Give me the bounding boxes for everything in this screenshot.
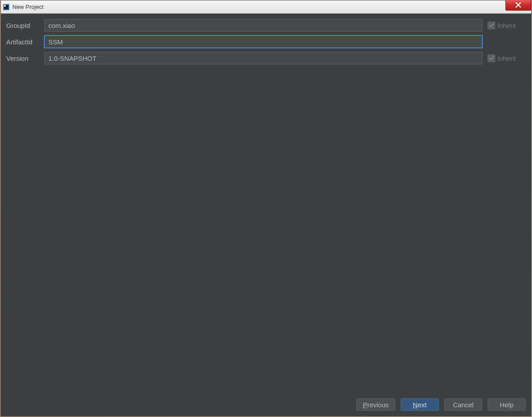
titlebar[interactable]: New Project	[1, 0, 531, 14]
version-input[interactable]	[44, 52, 482, 64]
artifact-id-label: ArtifactId	[6, 38, 41, 46]
app-icon	[3, 4, 10, 11]
button-bar: Previous Next Cancel Help	[6, 394, 526, 411]
group-id-inherit-group: Inherit	[488, 22, 526, 29]
check-icon	[489, 56, 494, 60]
artifact-id-row: ArtifactId	[6, 35, 526, 48]
group-id-inherit-checkbox[interactable]	[488, 22, 495, 29]
group-id-input[interactable]	[44, 19, 482, 31]
group-id-inherit-label: Inherit	[497, 22, 516, 29]
version-inherit-checkbox[interactable]	[488, 55, 495, 62]
form-spacer	[6, 68, 526, 394]
group-id-label: GroupId	[6, 22, 41, 29]
version-label: Version	[6, 55, 41, 62]
previous-button[interactable]: Previous	[356, 398, 395, 411]
svg-rect-2	[4, 5, 6, 7]
version-row: Version Inherit	[6, 52, 526, 64]
version-inherit-group: Inherit	[488, 55, 526, 62]
group-id-row: GroupId Inherit	[6, 19, 526, 31]
artifact-id-input[interactable]	[44, 35, 482, 48]
version-inherit-label: Inherit	[497, 55, 516, 62]
dialog-content: GroupId Inherit ArtifactId Version	[1, 14, 531, 416]
close-icon	[515, 2, 521, 9]
check-icon	[489, 23, 494, 28]
next-button[interactable]: Next	[401, 398, 439, 411]
cancel-button[interactable]: Cancel	[444, 398, 482, 411]
window-title: New Project	[12, 4, 43, 10]
close-button[interactable]	[505, 0, 531, 11]
help-button[interactable]: Help	[488, 398, 526, 411]
new-project-dialog: New Project GroupId Inher	[0, 0, 532, 417]
